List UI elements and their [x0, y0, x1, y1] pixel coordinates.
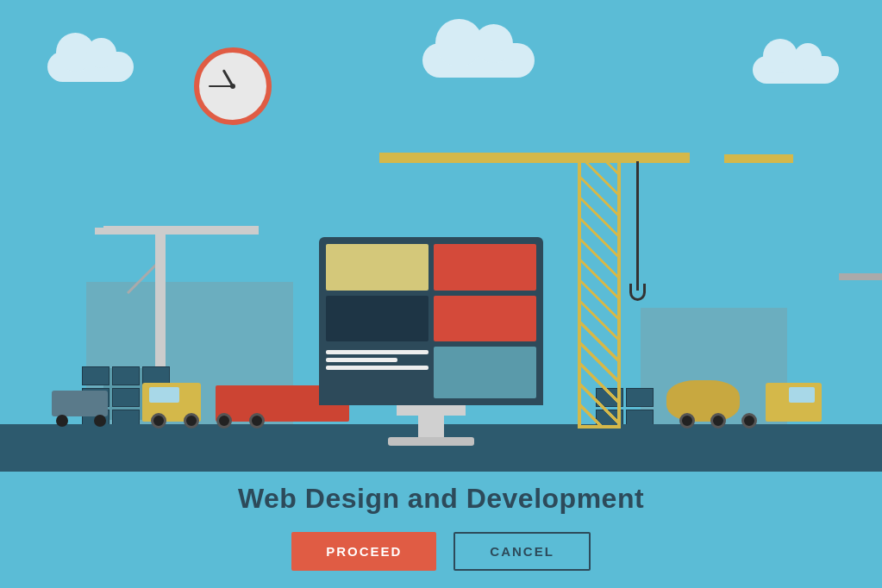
container: [626, 388, 654, 407]
crane-hook-line: [636, 161, 639, 291]
mixer-wheel: [741, 413, 757, 428]
screen-block-lines: [326, 347, 428, 398]
small-vehicle-wheel: [56, 415, 68, 427]
small-vehicle-wheel: [94, 415, 106, 427]
crane-far-right-boom: [839, 273, 882, 280]
truck-wheel: [216, 413, 232, 428]
monitor: [319, 237, 543, 446]
clock-center: [230, 84, 235, 89]
small-vehicle: [52, 391, 108, 427]
monitor-base: [388, 437, 474, 446]
screen-block-red-top: [434, 244, 536, 291]
screen-block-teal: [434, 347, 536, 398]
page-title: Web Design and Development: [238, 483, 644, 515]
container: [82, 366, 109, 385]
crane-main-counter-jib: [724, 154, 793, 163]
scene: Web Design and Development PROCEED CANCE…: [0, 0, 882, 588]
proceed-button[interactable]: PROCEED: [291, 532, 436, 571]
screen-block-dark: [326, 296, 428, 342]
monitor-screen: [319, 237, 543, 405]
screen-block-yellow: [326, 244, 428, 291]
bottom-section: Web Design and Development PROCEED CANCE…: [0, 483, 882, 571]
button-row: PROCEED CANCEL: [291, 532, 591, 571]
container: [112, 366, 140, 385]
mixer-cab: [766, 383, 822, 422]
screen-block-red-bottom: [434, 296, 536, 342]
crane-main-jib: [379, 153, 690, 163]
cloud-3: [753, 56, 839, 84]
screen-line: [326, 366, 428, 370]
small-vehicle-body: [52, 391, 108, 416]
clock: [194, 47, 272, 125]
truck-left: [142, 381, 349, 428]
monitor-stand: [418, 416, 444, 437]
container: [112, 388, 140, 407]
cloud-1: [47, 52, 134, 82]
monitor-stand-top: [397, 405, 466, 416]
screen-line: [326, 350, 428, 354]
truck-window: [149, 387, 179, 403]
cloud-2: [422, 43, 535, 78]
mixer-window: [789, 387, 815, 403]
mixer-wheel: [710, 413, 726, 428]
cancel-button[interactable]: CANCEL: [454, 532, 591, 571]
truck-wheel: [184, 413, 199, 428]
clock-minute-hand: [209, 85, 233, 87]
truck-wheel: [151, 413, 166, 428]
crane-hook: [629, 284, 646, 301]
crane-main-tower: [578, 153, 621, 428]
truck-wheel: [249, 413, 265, 428]
mixer-wheel: [679, 413, 695, 428]
mixer-truck: [666, 381, 822, 428]
crane-left-counter: [95, 228, 129, 235]
screen-line: [326, 358, 397, 362]
